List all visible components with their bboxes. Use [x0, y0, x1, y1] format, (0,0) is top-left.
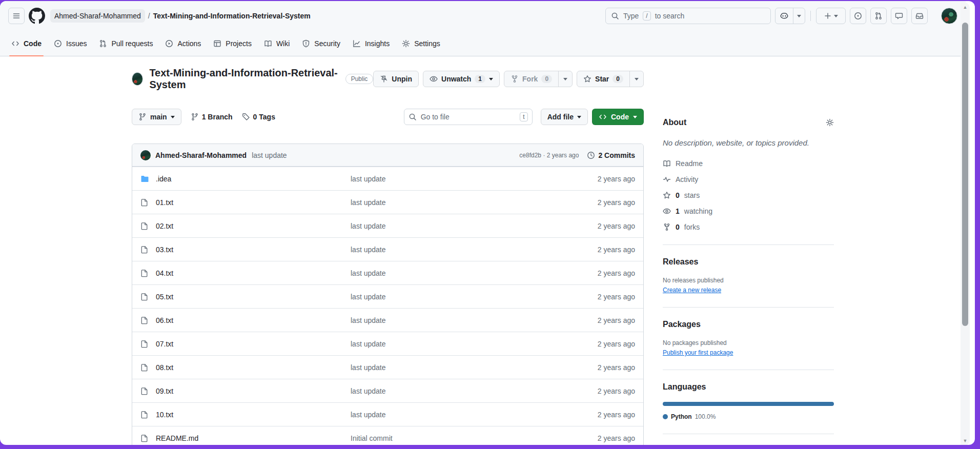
- breadcrumb-repo[interactable]: Text-Mining-and-Information-Retrieval-Sy…: [153, 12, 311, 20]
- table-row[interactable]: 08.txt last update 2 years ago: [132, 355, 643, 379]
- file-commit-message[interactable]: last update: [351, 340, 598, 348]
- file-name[interactable]: 01.txt: [156, 198, 173, 207]
- table-row[interactable]: 09.txt last update 2 years ago: [132, 379, 643, 402]
- table-row[interactable]: 05.txt last update 2 years ago: [132, 284, 643, 308]
- commit-history-link[interactable]: 2 Commits: [587, 151, 635, 159]
- create-release-link[interactable]: Create a new release: [663, 287, 721, 294]
- create-new-button[interactable]: [816, 8, 846, 24]
- tab-code[interactable]: Code: [6, 31, 47, 56]
- browser-window: Ahmed-Sharaf-Mohammed / Text-Mining-and-…: [0, 1, 975, 445]
- branch-selector[interactable]: main: [132, 109, 181, 125]
- table-row[interactable]: 02.txt last update 2 years ago: [132, 214, 643, 237]
- file-name[interactable]: 04.txt: [156, 269, 173, 277]
- file-commit-message[interactable]: last update: [351, 411, 598, 419]
- sidebar-item-activity[interactable]: Activity: [663, 175, 834, 183]
- scroll-up-arrow[interactable]: ▲: [961, 3, 970, 11]
- commit-sha-time[interactable]: ce8fd2b · 2 years ago: [519, 152, 579, 159]
- file-name[interactable]: README.md: [156, 434, 198, 442]
- scrollbar[interactable]: ▲ ▼: [961, 2, 970, 445]
- file-name[interactable]: 08.txt: [156, 363, 173, 372]
- search-input[interactable]: Type / to search: [605, 8, 771, 24]
- file-name[interactable]: 03.txt: [156, 246, 173, 254]
- packages-title: Packages: [663, 320, 701, 329]
- hamburger-menu-button[interactable]: [8, 8, 25, 24]
- file-commit-message[interactable]: last update: [351, 246, 598, 254]
- table-row[interactable]: 07.txt last update 2 years ago: [132, 332, 643, 355]
- language-percent: 100.0%: [695, 413, 716, 420]
- item-label: Activity: [676, 175, 698, 183]
- tab-issues[interactable]: Issues: [49, 31, 92, 56]
- file-commit-message[interactable]: last update: [351, 269, 598, 277]
- sidebar-item-watching[interactable]: 1 watching: [663, 207, 834, 215]
- tab-pull-requests[interactable]: Pull requests: [94, 31, 158, 56]
- tab-actions[interactable]: Actions: [160, 31, 206, 56]
- breadcrumb-owner[interactable]: Ahmed-Sharaf-Mohammed: [50, 9, 145, 23]
- table-row[interactable]: README.md Initial commit 2 years ago: [132, 426, 643, 445]
- fork-button[interactable]: Fork 0: [504, 71, 558, 87]
- file-commit-message[interactable]: last update: [351, 198, 598, 207]
- table-row[interactable]: .idea last update 2 years ago: [132, 167, 643, 190]
- scroll-down-arrow[interactable]: ▼: [961, 437, 970, 445]
- file-name[interactable]: .idea: [156, 175, 171, 183]
- publish-package-link[interactable]: Publish your first package: [663, 349, 733, 356]
- tab-settings[interactable]: Settings: [397, 31, 445, 56]
- user-avatar[interactable]: [941, 8, 957, 24]
- unpin-button[interactable]: Unpin: [373, 71, 419, 87]
- table-row[interactable]: 10.txt last update 2 years ago: [132, 402, 643, 426]
- file-name[interactable]: 09.txt: [156, 387, 173, 395]
- commit-author-avatar[interactable]: [140, 150, 151, 160]
- fork-dropdown-caret[interactable]: [558, 71, 572, 87]
- unwatch-button[interactable]: Unwatch 1: [423, 71, 500, 87]
- sidebar-item-readme[interactable]: Readme: [663, 159, 834, 168]
- file-commit-message[interactable]: last update: [351, 363, 598, 372]
- file-commit-message[interactable]: last update: [351, 175, 598, 183]
- table-row[interactable]: 03.txt last update 2 years ago: [132, 237, 643, 261]
- releases-title: Releases: [663, 257, 698, 266]
- tab-wiki[interactable]: Wiki: [259, 31, 295, 56]
- file-icon: [140, 269, 149, 277]
- tags-link[interactable]: 0 Tags: [242, 113, 275, 121]
- commit-author[interactable]: Ahmed-Sharaf-Mohammed: [155, 151, 247, 159]
- star-dropdown-caret[interactable]: [629, 71, 643, 87]
- sidebar-item-stars[interactable]: 0 stars: [663, 191, 834, 199]
- commit-message[interactable]: last update: [252, 151, 287, 159]
- packages-section: Packages No packages published Publish y…: [663, 320, 834, 356]
- file-icon: [140, 363, 149, 372]
- file-commit-message[interactable]: last update: [351, 222, 598, 230]
- go-to-file-input[interactable]: Go to file t: [404, 109, 533, 125]
- tab-insights[interactable]: Insights: [348, 31, 395, 56]
- code-dropdown-button[interactable]: Code: [592, 109, 644, 125]
- table-row[interactable]: 04.txt last update 2 years ago: [132, 261, 643, 284]
- add-file-button[interactable]: Add file: [541, 109, 588, 125]
- file-commit-message[interactable]: last update: [351, 293, 598, 301]
- file-name[interactable]: 07.txt: [156, 340, 173, 348]
- table-row[interactable]: 06.txt last update 2 years ago: [132, 308, 643, 332]
- table-row[interactable]: 01.txt last update 2 years ago: [132, 190, 643, 214]
- copilot-button[interactable]: [775, 8, 805, 24]
- repo-owner-avatar[interactable]: [132, 72, 143, 86]
- file-name[interactable]: 06.txt: [156, 316, 173, 324]
- file-commit-message[interactable]: last update: [351, 387, 598, 395]
- tab-projects[interactable]: Projects: [208, 31, 257, 56]
- file-commit-message[interactable]: Initial commit: [351, 434, 598, 442]
- github-logo-icon[interactable]: [29, 8, 45, 24]
- file-table: Ahmed-Sharaf-Mohammed last update ce8fd2…: [132, 144, 644, 445]
- language-legend-item[interactable]: Python 100.0%: [663, 413, 834, 420]
- pull-requests-button[interactable]: [870, 8, 887, 24]
- branches-link[interactable]: 1 Branch: [191, 113, 233, 121]
- file-name[interactable]: 10.txt: [156, 411, 173, 419]
- file-name[interactable]: 02.txt: [156, 222, 173, 230]
- star-button[interactable]: Star 0: [577, 71, 629, 87]
- gear-icon[interactable]: [826, 118, 834, 127]
- sidebar-item-forks[interactable]: 0 forks: [663, 223, 834, 231]
- tab-security[interactable]: Security: [297, 31, 345, 56]
- file-icon: [140, 293, 149, 301]
- issues-button[interactable]: [850, 8, 866, 24]
- file-commit-message[interactable]: last update: [351, 316, 598, 324]
- discussions-button[interactable]: [891, 8, 907, 24]
- repo-title[interactable]: Text-Mining-and-Information-Retrieval-Sy…: [149, 67, 340, 91]
- copilot-dropdown-caret[interactable]: [793, 8, 805, 24]
- notifications-button[interactable]: [911, 8, 928, 24]
- scrollbar-thumb[interactable]: [962, 23, 968, 326]
- file-name[interactable]: 05.txt: [156, 293, 173, 301]
